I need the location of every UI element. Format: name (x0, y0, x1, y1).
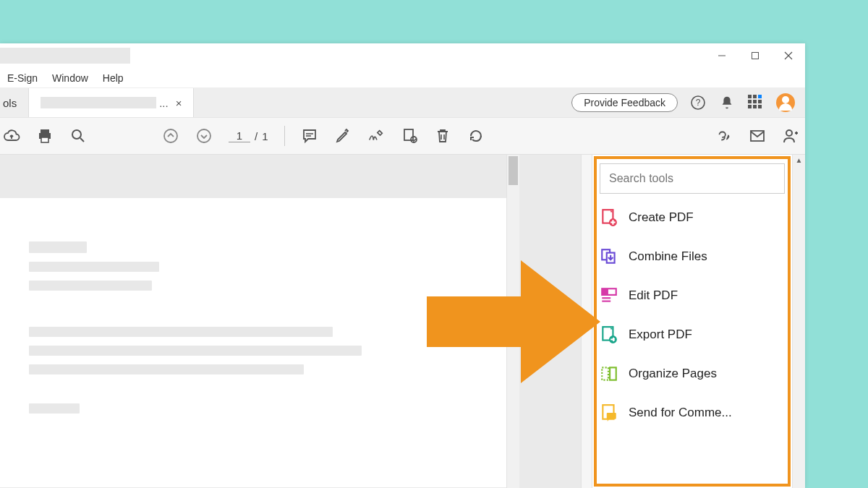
app-window: E-Sign Window Help ols ... × Provide Fee… (0, 43, 805, 488)
organize-pages-icon (600, 364, 618, 383)
window-controls (705, 43, 805, 68)
tool-send-for-comments[interactable]: Send for Comme... (600, 403, 785, 422)
tool-label: Send for Comme... (629, 406, 732, 420)
tool-export-pdf[interactable]: Export PDF (600, 325, 785, 344)
tabbar: ols ... × Provide Feedback ? (0, 88, 805, 117)
zoom-icon[interactable] (69, 127, 87, 145)
content-area: ▶ Create PDF Combine Files Edit PDF (0, 155, 805, 488)
svg-rect-30 (602, 288, 608, 295)
tab-document[interactable]: ... × (29, 88, 194, 117)
tools-scrollbar[interactable]: ▲ (792, 155, 805, 488)
combine-files-icon (600, 247, 618, 266)
edit-pdf-icon (600, 286, 618, 305)
svg-text:?: ? (696, 98, 701, 108)
tool-organize-pages[interactable]: Organize Pages (600, 364, 785, 383)
comment-icon[interactable] (301, 127, 318, 145)
tab-close-icon[interactable]: × (176, 97, 182, 109)
export-pdf-icon (600, 325, 618, 344)
close-button[interactable] (772, 43, 805, 68)
bell-icon[interactable] (718, 94, 736, 111)
page-up-icon[interactable] (162, 127, 179, 145)
document-page (0, 198, 506, 487)
tool-label: Combine Files (629, 249, 707, 264)
svg-rect-6 (41, 129, 49, 133)
page-current-input[interactable]: 1 (229, 129, 250, 142)
search-tools-input[interactable] (600, 163, 785, 194)
svg-rect-8 (41, 137, 48, 142)
menu-window[interactable]: Window (45, 72, 95, 84)
link-cloud-icon[interactable] (715, 127, 733, 145)
page-indicator: 1 / 1 (229, 129, 268, 142)
window-title-placeholder (0, 48, 130, 64)
page-down-icon[interactable] (195, 127, 213, 145)
svg-line-10 (80, 138, 84, 142)
toolbar-divider (284, 126, 285, 146)
tool-label: Create PDF (629, 210, 694, 225)
menu-help[interactable]: Help (95, 72, 131, 84)
apps-grid-icon[interactable] (747, 94, 765, 111)
svg-point-11 (164, 129, 177, 142)
send-comments-icon (600, 403, 618, 422)
svg-rect-35 (602, 367, 608, 380)
toolbar: 1 / 1 (0, 117, 805, 155)
page-separator: / (255, 130, 258, 142)
trash-icon[interactable] (434, 127, 451, 145)
tool-label: Export PDF (629, 328, 692, 342)
tabbar-right: Provide Feedback ? (571, 93, 805, 112)
tool-create-pdf[interactable]: Create PDF (600, 208, 785, 227)
help-icon[interactable]: ? (689, 94, 707, 111)
menu-esign[interactable]: E-Sign (0, 72, 45, 84)
sign-icon[interactable] (367, 127, 385, 145)
svg-rect-1 (752, 53, 759, 59)
document-pane (0, 155, 581, 488)
tool-label: Edit PDF (629, 288, 678, 303)
tool-edit-pdf[interactable]: Edit PDF (600, 286, 785, 305)
document-scrollbar[interactable] (506, 155, 519, 488)
minimize-button[interactable] (705, 43, 739, 68)
titlebar (0, 43, 805, 68)
share-user-icon[interactable] (782, 127, 799, 145)
tab-title-ellipsis: ... (159, 97, 169, 109)
tools-list: Create PDF Combine Files Edit PDF Export… (600, 208, 785, 422)
menubar: E-Sign Window Help (0, 68, 805, 88)
tab-tools[interactable]: ols (0, 88, 29, 117)
maximize-button[interactable] (739, 43, 772, 68)
svg-rect-36 (610, 367, 616, 380)
scroll-up-icon[interactable]: ▲ (793, 156, 805, 164)
highlighter-icon[interactable] (334, 127, 352, 145)
tab-title-placeholder (41, 97, 156, 108)
account-avatar-icon[interactable] (776, 93, 795, 112)
rotate-icon[interactable] (467, 127, 485, 145)
tool-label: Organize Pages (629, 367, 717, 381)
tab-tools-label: ols (3, 97, 17, 109)
panel-collapse-handle[interactable]: ▶ (581, 155, 592, 488)
svg-rect-15 (404, 129, 413, 140)
create-pdf-icon (600, 208, 618, 227)
svg-point-9 (72, 130, 81, 139)
svg-rect-38 (607, 413, 616, 419)
page-total: 1 (262, 130, 268, 142)
mail-icon[interactable] (749, 127, 766, 145)
svg-point-12 (197, 129, 210, 142)
cloud-upload-icon[interactable] (3, 127, 20, 145)
stamp-icon[interactable] (401, 127, 418, 145)
svg-point-20 (786, 130, 792, 136)
tool-combine-files[interactable]: Combine Files (600, 247, 785, 266)
provide-feedback-button[interactable]: Provide Feedback (571, 93, 678, 112)
scrollbar-thumb[interactable] (509, 156, 518, 185)
tools-panel: Create PDF Combine Files Edit PDF Export… (592, 155, 792, 488)
print-icon[interactable] (36, 127, 54, 145)
